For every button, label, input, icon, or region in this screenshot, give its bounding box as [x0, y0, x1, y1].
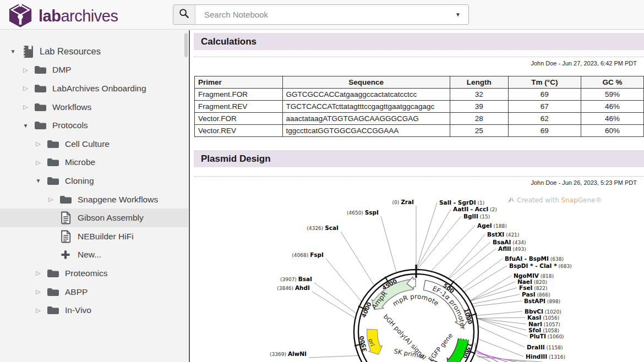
sidebar-item-label: LabArchives Onboarding	[52, 84, 146, 94]
caret-expanded-icon[interactable]: ▼	[9, 48, 17, 54]
sidebar-item-workflows[interactable]: ▷Workflows	[0, 98, 188, 117]
search-button[interactable]	[173, 5, 195, 24]
table-cell: 46%	[581, 113, 643, 125]
caret-collapsed-icon[interactable]: ▷	[34, 270, 42, 277]
search-input[interactable]	[195, 5, 447, 24]
snapgene-watermark: Created with SnapGene®	[508, 196, 602, 204]
caret-collapsed-icon[interactable]: ▷	[34, 140, 42, 147]
enzyme-label-pasi: PasI (866)	[522, 291, 550, 298]
sidebar-item-label: ABPP	[65, 287, 88, 297]
caret-expanded-icon[interactable]: ▼	[21, 123, 30, 129]
caret-expanded-icon[interactable]: ▼	[34, 178, 42, 184]
sidebar: ▼Lab Resources▷DMP▷LabArchives Onboardin…	[0, 30, 188, 362]
caret-collapsed-icon[interactable]: ▷	[21, 103, 30, 111]
sidebar-item-abpp[interactable]: ▷ABPP	[0, 283, 188, 301]
entry-separator	[194, 176, 644, 177]
labarchives-cube-icon	[8, 2, 33, 31]
table-cell: 62	[508, 113, 581, 125]
table-cell: aaactataagATGGTGAGCAAGGGCGAG	[282, 113, 450, 125]
table-cell: Fragment.FOR	[195, 89, 283, 101]
sidebar-item-in-vivo[interactable]: ▷In-Vivo	[0, 301, 188, 320]
table-cell: 67	[508, 101, 581, 113]
table-cell: 39	[450, 101, 508, 113]
enzyme-label-kasi: KasI (1056)	[527, 314, 559, 321]
enzyme-label-bfuai-bspmi: BfuAI - BspMI (638)	[505, 255, 564, 262]
sidebar-item-nebuilder-hifi[interactable]: NEBuilder HiFi	[0, 227, 188, 246]
logo-wordmark: labarchives	[39, 7, 118, 25]
enzyme-label-bglii: BglII (15)	[463, 213, 490, 220]
sidebar-item-cloning[interactable]: ▼Cloning	[0, 172, 188, 190]
sidebar-item-cell-culture[interactable]: ▷Cell Culture	[0, 135, 188, 153]
caret-collapsed-icon[interactable]: ▷	[47, 196, 55, 203]
folder-icon	[46, 176, 59, 186]
document-icon	[59, 211, 72, 224]
sidebar-item-label: NEBuilder HiFi	[78, 232, 134, 242]
svg-text:Created with SnapGene®: Created with SnapGene®	[517, 196, 602, 204]
column-header-sequence: Sequence	[282, 76, 450, 89]
sidebar-item-labarchives-onboarding[interactable]: ▷LabArchives Onboarding	[0, 79, 188, 98]
enzyme-label-hindiii: HindIII (1316)	[526, 353, 565, 360]
sidebar-item-new[interactable]: New...	[0, 246, 188, 265]
enzyme-label-scai: (4326) ScaI	[307, 224, 339, 231]
folder-icon	[46, 157, 59, 167]
search-dropdown-caret-icon[interactable]: ▼	[447, 5, 468, 24]
sidebar-scrollbar[interactable]	[184, 33, 188, 57]
document-icon	[59, 230, 72, 243]
folder-icon	[46, 305, 59, 315]
caret-collapsed-icon[interactable]: ▷	[21, 85, 30, 92]
notebook-icon	[21, 45, 34, 58]
sidebar-item-microbe[interactable]: ▷Microbe	[0, 153, 188, 172]
table-cell: GGTCGCCACCatgaaggccactatcatcctcc	[282, 89, 450, 101]
folder-icon	[46, 287, 59, 297]
enzyme-label-sali-sgrdi: SalI - SgrDI (1)	[439, 199, 484, 206]
enzyme-label-zrai: (0) ZraI	[392, 199, 414, 205]
sidebar-tree: ▼Lab Resources▷DMP▷LabArchives Onboardin…	[0, 30, 188, 320]
column-header-length: Length	[450, 76, 508, 89]
enzyme-label-fspi: (4068) FspI	[292, 251, 324, 258]
plasmid-map: 50010001500350040004500(0) ZraI(4650) Ss…	[190, 195, 644, 362]
sidebar-item-gibson-assembly[interactable]: Gibson Assembly	[0, 209, 188, 227]
section-title: Plasmid Design	[201, 153, 271, 164]
folder-icon	[46, 268, 59, 278]
enzyme-label-bsai: (3907) BsaI	[280, 276, 312, 282]
table-cell: TGCTCACCATcttatagtttccgagttgaatggcagagc	[282, 101, 450, 113]
table-cell: Vector.REV	[195, 125, 283, 137]
caret-collapsed-icon[interactable]: ▷	[21, 67, 30, 74]
table-cell: 28	[450, 113, 508, 125]
sidebar-item-dmp[interactable]: ▷DMP	[0, 61, 188, 80]
caret-collapsed-icon[interactable]: ▷	[34, 307, 42, 314]
labarchives-logo[interactable]: labarchives	[8, 2, 118, 31]
svg-text:3500: 3500	[358, 335, 368, 352]
entry-byline-calculations: John Doe - Jun 27, 2023, 6:42 PM PDT	[531, 60, 637, 67]
sidebar-item-protocols[interactable]: ▼Protocols	[0, 116, 188, 135]
sidebar-item-label: DMP	[52, 65, 71, 75]
sidebar-item-snapgene-workflows[interactable]: ▷Snapgene Workflows	[0, 190, 188, 209]
caret-collapsed-icon[interactable]: ▷	[34, 159, 42, 166]
section-header-calculations: Calculations	[194, 33, 644, 50]
sidebar-item-lab-resources[interactable]: ▼Lab Resources	[0, 42, 188, 61]
table-cell: 59%	[581, 89, 643, 101]
table-cell: 69	[508, 89, 581, 101]
column-header-gc: GC %	[581, 76, 643, 89]
sidebar-item-label: Lab Resources	[40, 46, 101, 57]
sidebar-item-label: Workflows	[52, 102, 91, 112]
search-bar[interactable]: ▼	[173, 4, 469, 25]
sidebar-item-proteomics[interactable]: ▷Proteomics	[0, 264, 188, 283]
sidebar-item-label: Microbe	[65, 157, 95, 167]
table-cell: Fragment.REV	[195, 101, 283, 113]
table-row: Vector.FORaaactataagATGGTGAGCAAGGGCGAG28…	[195, 113, 644, 125]
plus-icon	[59, 249, 72, 260]
table-row: Vector.REVtggccttcatGGTGGCGACCGGAAA25696…	[195, 125, 644, 137]
search-icon	[179, 8, 189, 21]
enzyme-label-bspdi-clai: BspDI * - ClaI * (683)	[509, 262, 572, 269]
enzyme-label-sspi: (4650) SspI	[347, 209, 379, 216]
caret-collapsed-icon[interactable]: ▷	[34, 288, 42, 295]
table-cell: Vector.FOR	[195, 113, 283, 125]
sidebar-item-label: New...	[78, 250, 101, 260]
folder-icon	[59, 195, 72, 205]
enzyme-label-ahdi: (3846) AhdI	[277, 284, 310, 291]
enzyme-label-bstxi: BstXI (421)	[487, 231, 519, 238]
section-header-plasmid-design: Plasmid Design	[194, 150, 644, 167]
sidebar-item-label: Protocols	[52, 120, 88, 130]
content-area: Calculations John Doe - Jun 27, 2023, 6:…	[190, 30, 644, 362]
